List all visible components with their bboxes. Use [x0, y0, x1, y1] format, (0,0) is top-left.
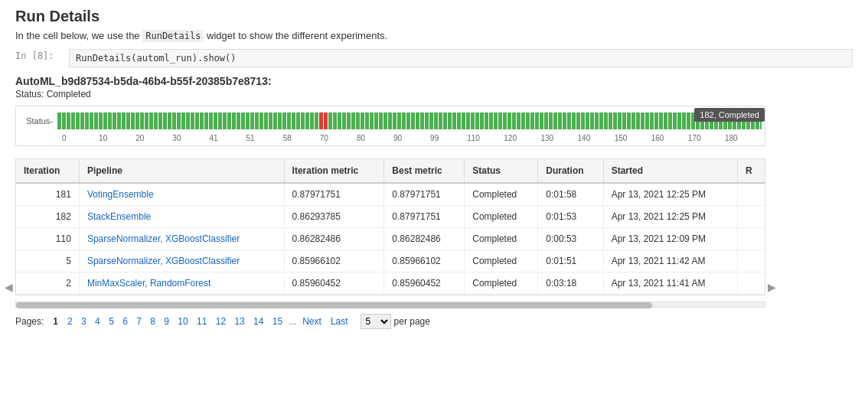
- page-3[interactable]: 3: [78, 315, 90, 328]
- cell-pipeline: SparseNormalizer, XGBoostClassifier: [79, 228, 284, 250]
- page-6[interactable]: 6: [119, 315, 131, 328]
- chart-bar: [85, 113, 89, 129]
- col-best-metric: Best metric: [384, 159, 465, 183]
- pipeline-link[interactable]: VotingEnsemble: [87, 189, 154, 200]
- chart-bar: [209, 113, 213, 129]
- cell-duration: 0:01:58: [538, 183, 603, 206]
- chart-bar: [411, 113, 415, 129]
- table-scrollbar[interactable]: [15, 302, 765, 308]
- cell-iteration-metric: 0.85966102: [284, 250, 384, 272]
- chart-bar: [214, 113, 217, 129]
- page-2[interactable]: 2: [64, 315, 76, 328]
- chart-bar: [553, 113, 557, 129]
- pipeline-link[interactable]: SparseNormalizer, XGBoostClassifier: [87, 256, 240, 266]
- table-row: 182 StackEnsemble 0.86293785 0.87971751 …: [16, 206, 765, 228]
- chart-bar: [383, 113, 387, 129]
- cell-label: In [8]:: [15, 49, 69, 61]
- page-13[interactable]: 13: [231, 315, 247, 328]
- col-iteration: Iteration: [16, 159, 79, 183]
- cell-iteration-metric: 0.86282486: [284, 228, 384, 250]
- chart-bar: [90, 113, 93, 129]
- chart-bar: [255, 113, 259, 129]
- chart-bar: [439, 113, 442, 129]
- chart-bar: [544, 113, 548, 129]
- page-10[interactable]: 10: [175, 315, 191, 328]
- chart-bar: [237, 113, 240, 129]
- table-scroll-left[interactable]: ◀: [5, 281, 13, 293]
- cell-iteration: 110: [16, 228, 79, 250]
- chart-x-tick: 99: [430, 134, 467, 142]
- cell-started: Apr 13, 2021 12:25 PM: [603, 183, 737, 206]
- chart-bar: [590, 113, 594, 129]
- chart-bar: [572, 113, 576, 129]
- chart-bar: [609, 113, 612, 129]
- chart-bar: [687, 113, 690, 129]
- pipeline-link[interactable]: StackEnsemble: [87, 211, 151, 222]
- chart-bar: [645, 113, 649, 129]
- code-widget: RunDetails: [142, 30, 204, 42]
- chart-bar: [250, 113, 254, 129]
- cell-pipeline: VotingEnsemble: [79, 183, 284, 206]
- chart-bar: [223, 113, 227, 129]
- chart-bar: [186, 113, 190, 129]
- data-table: Iteration Pipeline Iteration metric Best…: [15, 158, 765, 295]
- chart-bar: [558, 113, 562, 129]
- chart-bar: [402, 113, 406, 129]
- col-duration: Duration: [538, 159, 603, 183]
- chart-bar: [668, 113, 672, 129]
- page-15[interactable]: 15: [269, 315, 286, 328]
- scrollbar-thumb[interactable]: [16, 302, 652, 308]
- chart-x-axis: 0102030415158708090991101201301401501601…: [62, 132, 762, 142]
- chart-bar: [677, 113, 681, 129]
- pipeline-link[interactable]: MinMaxScaler, RandomForest: [87, 278, 210, 289]
- pages-label: Pages:: [15, 316, 44, 327]
- chart-bar: [338, 113, 341, 129]
- chart-bar: [333, 113, 337, 129]
- chart-bar: [475, 113, 479, 129]
- chart-bar: [200, 113, 204, 129]
- chart-bar: [530, 113, 534, 129]
- chart-bar: [631, 113, 635, 129]
- page-12[interactable]: 12: [213, 315, 229, 328]
- chart-bar: [108, 113, 112, 129]
- pipeline-link[interactable]: SparseNormalizer, XGBoostClassifier: [87, 233, 240, 244]
- chart-bar: [388, 113, 392, 129]
- page-9[interactable]: 9: [161, 315, 172, 328]
- chart-bar: [641, 113, 644, 129]
- page-11[interactable]: 11: [194, 315, 210, 328]
- table-row: 2 MinMaxScaler, RandomForest 0.85960452 …: [16, 272, 765, 295]
- chart-bar: [618, 113, 622, 129]
- cell-extra: [738, 250, 765, 272]
- cell-block: In [8]: RunDetails(automl_run).show(): [15, 49, 853, 67]
- page-last[interactable]: Last: [328, 315, 351, 328]
- chart-bars: [57, 109, 762, 132]
- chart-bar: [397, 113, 401, 129]
- chart-bar: [99, 113, 103, 129]
- chart-bar: [126, 113, 130, 129]
- chart-bar: [356, 113, 360, 129]
- chart-x-tick: 41: [209, 134, 246, 142]
- page-next[interactable]: Next: [299, 315, 325, 328]
- col-pipeline: Pipeline: [79, 159, 284, 183]
- chart-bar: [682, 113, 686, 129]
- page-8[interactable]: 8: [147, 315, 158, 328]
- cell-duration: 0:01:53: [538, 206, 603, 228]
- table-scroll-right[interactable]: ▶: [768, 281, 776, 293]
- chart-bar: [154, 113, 158, 129]
- page-7[interactable]: 7: [133, 315, 145, 328]
- chart-bar: [443, 113, 447, 129]
- chart-bar: [627, 113, 631, 129]
- chart-bar: [452, 113, 456, 129]
- page-5[interactable]: 5: [106, 315, 117, 328]
- cell-started: Apr 13, 2021 12:25 PM: [603, 206, 737, 228]
- page-4[interactable]: 4: [92, 315, 103, 328]
- per-page-select[interactable]: 5102550: [361, 314, 391, 329]
- page-14[interactable]: 14: [250, 315, 266, 328]
- chart-bar: [292, 113, 295, 129]
- col-iteration-metric[interactable]: Iteration metric: [284, 159, 384, 183]
- cell-extra: [738, 206, 765, 228]
- chart-tooltip: 182, Completed: [694, 108, 765, 122]
- chart-bar: [567, 113, 571, 129]
- chart-bar: [204, 113, 208, 129]
- chart-bar: [287, 113, 291, 129]
